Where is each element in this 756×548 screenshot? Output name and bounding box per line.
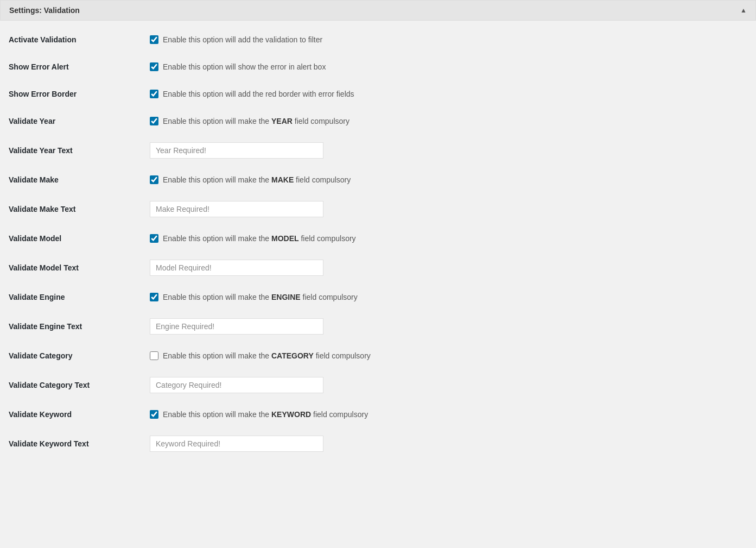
checkbox-wrapper-validate-keyword: Enable this option will make the KEYWORD…: [150, 410, 368, 419]
checkbox-validate-make[interactable]: [150, 175, 158, 184]
row-validate-keyword: Validate KeywordEnable this option will …: [0, 401, 756, 428]
row-validate-engine: Validate EngineEnable this option will m…: [0, 284, 756, 311]
label-validate-year-text: Validate Year Text: [9, 146, 150, 155]
collapse-icon[interactable]: ▲: [740, 7, 747, 14]
label-validate-year: Validate Year: [9, 117, 150, 125]
row-show-error-alert: Show Error AlertEnable this option will …: [0, 53, 756, 80]
checkbox-wrapper-activate-validation: Enable this option will add the validati…: [150, 35, 322, 44]
text-input-validate-year-text[interactable]: [150, 142, 323, 159]
label-show-error-alert: Show Error Alert: [9, 62, 150, 71]
control-validate-category: Enable this option will make the CATEGOR…: [150, 351, 747, 360]
control-validate-keyword-text: [150, 436, 747, 452]
checkbox-validate-year[interactable]: [150, 117, 158, 125]
row-validate-model-text: Validate Model Text: [0, 252, 756, 284]
checkbox-validate-model[interactable]: [150, 234, 158, 243]
label-activate-validation: Activate Validation: [9, 35, 150, 44]
row-validate-make: Validate MakeEnable this option will mak…: [0, 166, 756, 193]
control-validate-keyword: Enable this option will make the KEYWORD…: [150, 410, 747, 419]
control-validate-model-text: [150, 260, 747, 276]
control-show-error-alert: Enable this option will show the error i…: [150, 62, 747, 71]
control-validate-make-text: [150, 201, 747, 217]
control-validate-category-text: [150, 377, 747, 393]
row-validate-keyword-text: Validate Keyword Text: [0, 428, 756, 459]
control-validate-make: Enable this option will make the MAKE fi…: [150, 175, 747, 184]
checkbox-show-error-alert[interactable]: [150, 62, 158, 71]
label-show-error-border: Show Error Border: [9, 90, 150, 98]
label-validate-make: Validate Make: [9, 175, 150, 184]
description-show-error-alert: Enable this option will show the error i…: [163, 62, 326, 71]
settings-panel: Settings: Validation ▲ Activate Validati…: [0, 0, 756, 465]
label-validate-category-text: Validate Category Text: [9, 381, 150, 389]
description-validate-make: Enable this option will make the MAKE fi…: [163, 175, 351, 184]
label-validate-make-text: Validate Make Text: [9, 205, 150, 213]
description-activate-validation: Enable this option will add the validati…: [163, 35, 322, 44]
checkbox-validate-engine[interactable]: [150, 293, 158, 301]
label-validate-model-text: Validate Model Text: [9, 263, 150, 272]
row-show-error-border: Show Error BorderEnable this option will…: [0, 80, 756, 108]
text-input-validate-model-text[interactable]: [150, 260, 323, 276]
description-validate-keyword: Enable this option will make the KEYWORD…: [163, 410, 368, 419]
description-validate-model: Enable this option will make the MODEL f…: [163, 234, 356, 243]
row-validate-year: Validate YearEnable this option will mak…: [0, 108, 756, 135]
description-show-error-border: Enable this option will add the red bord…: [163, 90, 354, 98]
text-input-validate-make-text[interactable]: [150, 201, 323, 217]
row-validate-category-text: Validate Category Text: [0, 369, 756, 401]
control-activate-validation: Enable this option will add the validati…: [150, 35, 747, 44]
description-validate-category: Enable this option will make the CATEGOR…: [163, 351, 371, 360]
label-validate-keyword: Validate Keyword: [9, 410, 150, 419]
row-validate-category: Validate CategoryEnable this option will…: [0, 342, 756, 369]
label-validate-engine: Validate Engine: [9, 293, 150, 301]
checkbox-show-error-border[interactable]: [150, 90, 158, 98]
text-input-validate-category-text[interactable]: [150, 377, 323, 393]
checkbox-wrapper-validate-model: Enable this option will make the MODEL f…: [150, 234, 356, 243]
row-validate-make-text: Validate Make Text: [0, 193, 756, 225]
checkbox-wrapper-validate-category: Enable this option will make the CATEGOR…: [150, 351, 371, 360]
control-validate-model: Enable this option will make the MODEL f…: [150, 234, 747, 243]
control-show-error-border: Enable this option will add the red bord…: [150, 90, 747, 98]
panel-title: Settings: Validation: [9, 6, 80, 15]
checkbox-activate-validation[interactable]: [150, 35, 158, 44]
panel-body: Activate ValidationEnable this option wi…: [0, 21, 756, 465]
label-validate-model: Validate Model: [9, 234, 150, 243]
checkbox-wrapper-show-error-border: Enable this option will add the red bord…: [150, 90, 354, 98]
checkbox-wrapper-validate-engine: Enable this option will make the ENGINE …: [150, 293, 358, 301]
label-validate-keyword-text: Validate Keyword Text: [9, 439, 150, 448]
row-validate-year-text: Validate Year Text: [0, 135, 756, 166]
checkbox-wrapper-show-error-alert: Enable this option will show the error i…: [150, 62, 326, 71]
checkbox-wrapper-validate-make: Enable this option will make the MAKE fi…: [150, 175, 351, 184]
control-validate-engine-text: [150, 318, 747, 335]
checkbox-validate-keyword[interactable]: [150, 410, 158, 419]
label-validate-category: Validate Category: [9, 351, 150, 360]
text-input-validate-keyword-text[interactable]: [150, 436, 323, 452]
text-input-validate-engine-text[interactable]: [150, 318, 323, 335]
row-validate-model: Validate ModelEnable this option will ma…: [0, 225, 756, 252]
control-validate-year-text: [150, 142, 747, 159]
row-activate-validation: Activate ValidationEnable this option wi…: [0, 26, 756, 53]
description-validate-year: Enable this option will make the YEAR fi…: [163, 117, 350, 125]
control-validate-year: Enable this option will make the YEAR fi…: [150, 117, 747, 125]
control-validate-engine: Enable this option will make the ENGINE …: [150, 293, 747, 301]
description-validate-engine: Enable this option will make the ENGINE …: [163, 293, 358, 301]
panel-header[interactable]: Settings: Validation ▲: [0, 0, 756, 21]
label-validate-engine-text: Validate Engine Text: [9, 322, 150, 331]
row-validate-engine-text: Validate Engine Text: [0, 311, 756, 342]
checkbox-validate-category[interactable]: [150, 351, 158, 360]
checkbox-wrapper-validate-year: Enable this option will make the YEAR fi…: [150, 117, 350, 125]
